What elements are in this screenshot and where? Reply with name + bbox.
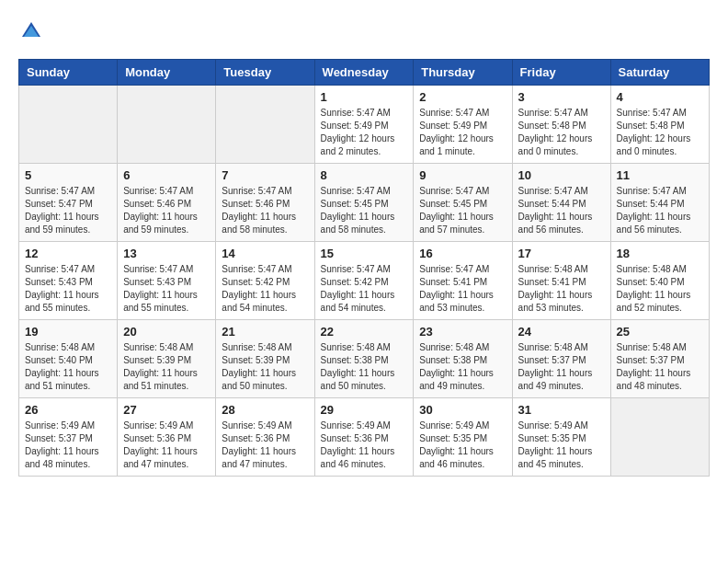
day-cell: 18Sunrise: 5:48 AMSunset: 5:40 PMDayligh… [610,242,709,320]
day-cell: 15Sunrise: 5:47 AMSunset: 5:42 PMDayligh… [314,242,414,320]
day-number: 15 [321,247,408,260]
day-info: Sunrise: 5:47 AMSunset: 5:44 PMDaylight:… [617,185,703,236]
day-number: 3 [518,90,605,104]
week-row-1: 1Sunrise: 5:47 AMSunset: 5:49 PMDaylight… [19,86,710,164]
day-info: Sunrise: 5:48 AMSunset: 5:40 PMDaylight:… [617,263,703,315]
day-number: 27 [123,403,210,417]
day-number: 28 [222,403,308,417]
day-number: 19 [25,325,111,339]
day-info: Sunrise: 5:47 AMSunset: 5:41 PMDaylight:… [419,263,506,315]
day-number: 4 [617,90,703,104]
day-cell: 14Sunrise: 5:47 AMSunset: 5:42 PMDayligh… [216,242,314,320]
page-header [18,18,710,44]
day-info: Sunrise: 5:48 AMSunset: 5:37 PMDaylight:… [617,341,703,393]
logo-icon [18,18,44,44]
day-info: Sunrise: 5:47 AMSunset: 5:42 PMDaylight:… [222,263,308,315]
day-cell: 7Sunrise: 5:47 AMSunset: 5:46 PMDaylight… [216,164,314,242]
day-number: 16 [419,247,506,260]
day-cell: 29Sunrise: 5:49 AMSunset: 5:36 PMDayligh… [314,398,414,477]
day-cell: 30Sunrise: 5:49 AMSunset: 5:35 PMDayligh… [414,398,512,477]
week-row-3: 12Sunrise: 5:47 AMSunset: 5:43 PMDayligh… [19,242,710,320]
day-cell: 9Sunrise: 5:47 AMSunset: 5:45 PMDaylight… [414,164,512,242]
day-number: 14 [222,247,308,260]
day-header-sunday: Sunday [19,60,118,86]
day-info: Sunrise: 5:47 AMSunset: 5:48 PMDaylight:… [617,107,703,158]
day-info: Sunrise: 5:47 AMSunset: 5:46 PMDaylight:… [123,185,210,236]
week-row-4: 19Sunrise: 5:48 AMSunset: 5:40 PMDayligh… [19,320,710,398]
day-cell: 5Sunrise: 5:47 AMSunset: 5:47 PMDaylight… [19,164,118,242]
header-row: SundayMondayTuesdayWednesdayThursdayFrid… [19,60,710,86]
day-number: 23 [419,325,506,339]
day-info: Sunrise: 5:49 AMSunset: 5:37 PMDaylight:… [25,419,111,471]
day-cell [216,86,314,164]
day-cell: 28Sunrise: 5:49 AMSunset: 5:36 PMDayligh… [216,398,314,477]
logo [18,18,48,44]
day-cell: 20Sunrise: 5:48 AMSunset: 5:39 PMDayligh… [118,320,216,398]
day-header-wednesday: Wednesday [314,60,414,86]
day-cell: 23Sunrise: 5:48 AMSunset: 5:38 PMDayligh… [414,320,512,398]
day-info: Sunrise: 5:49 AMSunset: 5:35 PMDaylight:… [518,419,605,471]
day-number: 18 [617,247,703,260]
day-cell: 26Sunrise: 5:49 AMSunset: 5:37 PMDayligh… [19,398,118,477]
day-info: Sunrise: 5:47 AMSunset: 5:45 PMDaylight:… [321,185,408,236]
day-info: Sunrise: 5:48 AMSunset: 5:38 PMDaylight:… [419,341,506,393]
day-info: Sunrise: 5:48 AMSunset: 5:40 PMDaylight:… [25,341,111,393]
day-number: 31 [518,403,605,417]
day-header-tuesday: Tuesday [216,60,314,86]
day-info: Sunrise: 5:47 AMSunset: 5:44 PMDaylight:… [518,185,605,236]
day-info: Sunrise: 5:49 AMSunset: 5:36 PMDaylight:… [321,419,408,471]
day-info: Sunrise: 5:47 AMSunset: 5:43 PMDaylight:… [123,263,210,315]
day-info: Sunrise: 5:48 AMSunset: 5:38 PMDaylight:… [321,341,408,393]
day-number: 24 [518,325,605,339]
day-cell: 4Sunrise: 5:47 AMSunset: 5:48 PMDaylight… [610,86,709,164]
day-number: 7 [222,168,308,182]
day-info: Sunrise: 5:47 AMSunset: 5:45 PMDaylight:… [419,185,506,236]
day-cell: 16Sunrise: 5:47 AMSunset: 5:41 PMDayligh… [414,242,512,320]
day-cell: 1Sunrise: 5:47 AMSunset: 5:49 PMDaylight… [314,86,414,164]
day-cell [610,398,709,477]
day-number: 9 [419,168,506,182]
day-number: 13 [123,247,210,260]
day-number: 5 [25,168,111,182]
day-cell [19,86,118,164]
day-cell: 31Sunrise: 5:49 AMSunset: 5:35 PMDayligh… [512,398,610,477]
day-cell: 19Sunrise: 5:48 AMSunset: 5:40 PMDayligh… [19,320,118,398]
day-number: 1 [321,90,408,104]
day-header-monday: Monday [118,60,216,86]
calendar: SundayMondayTuesdayWednesdayThursdayFrid… [18,59,710,477]
day-header-friday: Friday [512,60,610,86]
day-info: Sunrise: 5:48 AMSunset: 5:39 PMDaylight:… [123,341,210,393]
week-row-2: 5Sunrise: 5:47 AMSunset: 5:47 PMDaylight… [19,164,710,242]
day-info: Sunrise: 5:47 AMSunset: 5:46 PMDaylight:… [222,185,308,236]
day-cell: 8Sunrise: 5:47 AMSunset: 5:45 PMDaylight… [314,164,414,242]
day-number: 8 [321,168,408,182]
day-info: Sunrise: 5:49 AMSunset: 5:36 PMDaylight:… [123,419,210,471]
day-info: Sunrise: 5:47 AMSunset: 5:42 PMDaylight:… [321,263,408,315]
day-info: Sunrise: 5:48 AMSunset: 5:37 PMDaylight:… [518,341,605,393]
day-number: 29 [321,403,408,417]
day-cell: 22Sunrise: 5:48 AMSunset: 5:38 PMDayligh… [314,320,414,398]
day-number: 20 [123,325,210,339]
day-number: 6 [123,168,210,182]
day-number: 2 [419,90,506,104]
day-cell: 25Sunrise: 5:48 AMSunset: 5:37 PMDayligh… [610,320,709,398]
day-number: 22 [321,325,408,339]
day-info: Sunrise: 5:49 AMSunset: 5:35 PMDaylight:… [419,419,506,471]
day-number: 10 [518,168,605,182]
day-number: 26 [25,403,111,417]
day-info: Sunrise: 5:47 AMSunset: 5:49 PMDaylight:… [321,107,408,158]
day-cell [118,86,216,164]
day-cell: 3Sunrise: 5:47 AMSunset: 5:48 PMDaylight… [512,86,610,164]
day-cell: 10Sunrise: 5:47 AMSunset: 5:44 PMDayligh… [512,164,610,242]
day-info: Sunrise: 5:47 AMSunset: 5:47 PMDaylight:… [25,185,111,236]
day-cell: 11Sunrise: 5:47 AMSunset: 5:44 PMDayligh… [610,164,709,242]
day-info: Sunrise: 5:48 AMSunset: 5:39 PMDaylight:… [222,341,308,393]
week-row-5: 26Sunrise: 5:49 AMSunset: 5:37 PMDayligh… [19,398,710,477]
day-info: Sunrise: 5:49 AMSunset: 5:36 PMDaylight:… [222,419,308,471]
day-header-thursday: Thursday [414,60,512,86]
day-number: 12 [25,247,111,260]
day-cell: 2Sunrise: 5:47 AMSunset: 5:49 PMDaylight… [414,86,512,164]
day-number: 30 [419,403,506,417]
day-cell: 12Sunrise: 5:47 AMSunset: 5:43 PMDayligh… [19,242,118,320]
day-cell: 17Sunrise: 5:48 AMSunset: 5:41 PMDayligh… [512,242,610,320]
